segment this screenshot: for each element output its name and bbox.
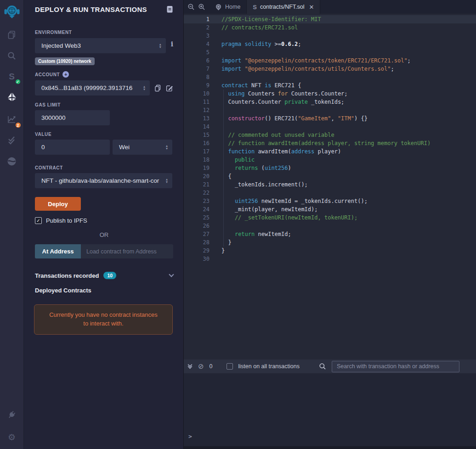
value-input[interactable] (35, 140, 110, 155)
code-text (210, 48, 221, 56)
deploy-button[interactable]: Deploy (35, 197, 81, 211)
no-instances-message: Currently you have no contract instances… (34, 304, 173, 335)
code-line[interactable]: 30 (184, 255, 476, 263)
at-address-button[interactable]: At Address (35, 244, 81, 258)
code-line[interactable]: 1//SPDX-License-Identifier: MIT (184, 15, 476, 23)
code-line[interactable]: 4pragma solidity >=0.6.2; (184, 40, 476, 48)
contract-select[interactable]: NFT - github/ava-labs/avalanche-smart-co… (35, 173, 172, 188)
expand-terminal-icon[interactable] (187, 365, 193, 368)
code-line[interactable]: 2// contracts/ERC721.sol (184, 23, 476, 32)
chevron-updown-icon: ▴▾ (159, 43, 161, 49)
copy-account-icon[interactable] (154, 84, 161, 92)
code-text: using Counters for Counters.Counter; (210, 90, 348, 98)
code-line[interactable]: 12 (184, 106, 476, 114)
code-line[interactable]: 7import "@openzeppelin/contracts/utils/C… (184, 65, 476, 73)
code-line[interactable]: 9contract NFT is ERC721 { (184, 81, 476, 90)
learneth-icon[interactable] (0, 151, 24, 172)
terminal-output[interactable]: > (184, 373, 476, 446)
code-text: //SPDX-License-Identifier: MIT (210, 15, 321, 23)
solidity-compiler-icon[interactable]: S ✓ (0, 66, 24, 87)
code-line[interactable]: 14 (184, 123, 476, 131)
code-line[interactable]: 25 // _setTokenURI(newItemId, tokenURI); (184, 213, 476, 222)
value-unit-select[interactable]: Wei ▴▾ (113, 140, 172, 155)
value-chart-icon[interactable]: 1 (0, 108, 24, 129)
code-line[interactable]: 11 Counters.Counter private _tokenIds; (184, 98, 476, 106)
code-text (210, 123, 221, 131)
deploy-run-icon[interactable] (0, 87, 24, 108)
code-line[interactable]: 29} (184, 247, 476, 255)
panel-title: DEPLOY & RUN TRANSACTIONS (35, 6, 147, 13)
code-line[interactable]: 28 } (184, 238, 476, 247)
publish-ipfs-checkbox[interactable]: ✓ (35, 217, 42, 224)
line-number: 4 (184, 40, 210, 48)
add-account-icon[interactable]: + (62, 71, 69, 78)
line-number: 30 (184, 255, 210, 263)
code-line[interactable]: 19 returns (uint256) (184, 164, 476, 172)
chevron-updown-icon: ▴▾ (166, 145, 168, 150)
edit-account-icon[interactable] (166, 84, 173, 92)
at-address-input[interactable] (81, 244, 173, 258)
code-line[interactable]: 20 { (184, 172, 476, 180)
close-tab-icon[interactable]: ✕ (309, 4, 314, 11)
code-line[interactable]: 5 (184, 48, 476, 56)
environment-info-icon[interactable]: i (171, 40, 173, 48)
code-line[interactable]: 26 (184, 222, 476, 230)
tab-home[interactable]: Home (209, 0, 247, 14)
terminal-toolbar: ⊘ 0 listen on all transactions (184, 359, 476, 373)
code-editor[interactable]: 1//SPDX-License-Identifier: MIT2// contr… (184, 14, 476, 359)
code-line[interactable]: 24 _mint(player, newItemId); (184, 205, 476, 213)
unit-testing-icon[interactable] (0, 129, 24, 151)
terminal-search-input[interactable] (332, 361, 459, 372)
code-text: _tokenIds.increment(); (210, 180, 308, 189)
chevron-down-icon[interactable] (169, 272, 174, 277)
environment-label: ENVIRONMENT (35, 30, 173, 35)
transactions-recorded-row[interactable]: Transactions recorded 10 (35, 272, 173, 279)
environment-select[interactable]: Injected Web3 ▴▾ (35, 38, 166, 53)
code-text (210, 255, 221, 263)
code-line[interactable]: 8 (184, 73, 476, 81)
search-icon[interactable] (0, 45, 24, 66)
zoom-in-icon[interactable] (198, 3, 205, 11)
line-number: 21 (184, 180, 210, 189)
line-number: 8 (184, 73, 210, 81)
publish-ipfs-label: Publish to IPFS (46, 217, 87, 224)
line-number: 5 (184, 48, 210, 56)
publish-ipfs-row[interactable]: ✓ Publish to IPFS (35, 217, 173, 224)
code-text (210, 189, 221, 197)
code-line[interactable]: 6import "@openzeppelin/contracts/token/E… (184, 56, 476, 65)
code-line[interactable]: 27 return newItemId; (184, 230, 476, 238)
listen-all-checkbox[interactable] (227, 363, 233, 370)
contract-value: NFT - github/ava-labs/avalanche-smart-co… (41, 177, 167, 184)
code-line[interactable]: 18 public (184, 156, 476, 164)
file-explorer-icon[interactable] (0, 24, 24, 45)
terminal-resize-strip[interactable] (184, 446, 476, 449)
line-number: 9 (184, 81, 210, 90)
tab-nft-sol[interactable]: S contracts/NFT.sol ✕ (247, 0, 320, 14)
remix-logo-icon[interactable] (0, 0, 24, 24)
code-line[interactable]: 22 (184, 189, 476, 197)
deployed-contracts-label: Deployed Contracts (35, 287, 173, 294)
code-line[interactable]: 10 using Counters for Counters.Counter; (184, 90, 476, 98)
zoom-out-icon[interactable] (187, 3, 195, 11)
line-number: 28 (184, 238, 210, 247)
line-number: 24 (184, 205, 210, 213)
contract-label: CONTRACT (35, 165, 173, 170)
documentation-icon[interactable] (166, 6, 173, 13)
code-line[interactable]: 3 (184, 32, 476, 40)
code-line[interactable]: 16 // function awardItem(address player,… (184, 139, 476, 147)
gas-limit-input[interactable] (35, 110, 110, 125)
account-label: ACCOUNT (35, 72, 60, 77)
code-line[interactable]: 17 function awardItem(address player) (184, 147, 476, 156)
code-line[interactable]: 15 // commented out unused variable (184, 131, 476, 139)
solidity-file-icon: S (253, 4, 257, 11)
code-line[interactable]: 23 uint256 newItemId = _tokenIds.current… (184, 197, 476, 205)
code-line[interactable]: 21 _tokenIds.increment(); (184, 180, 476, 189)
clear-terminal-icon[interactable]: ⊘ (198, 362, 204, 370)
code-text: import "@openzeppelin/contracts/token/ER… (210, 56, 411, 65)
plugin-manager-icon[interactable] (0, 404, 24, 425)
editor-tabbar: Home S contracts/NFT.sol ✕ (184, 0, 476, 14)
line-number: 17 (184, 147, 210, 156)
code-line[interactable]: 13 constructor() ERC721("GameItem", "ITM… (184, 114, 476, 123)
settings-gear-icon[interactable]: ⚙ (0, 425, 24, 449)
account-select[interactable]: 0x845...B1aB3 (999992.3913716 ▴▾ (35, 80, 150, 95)
